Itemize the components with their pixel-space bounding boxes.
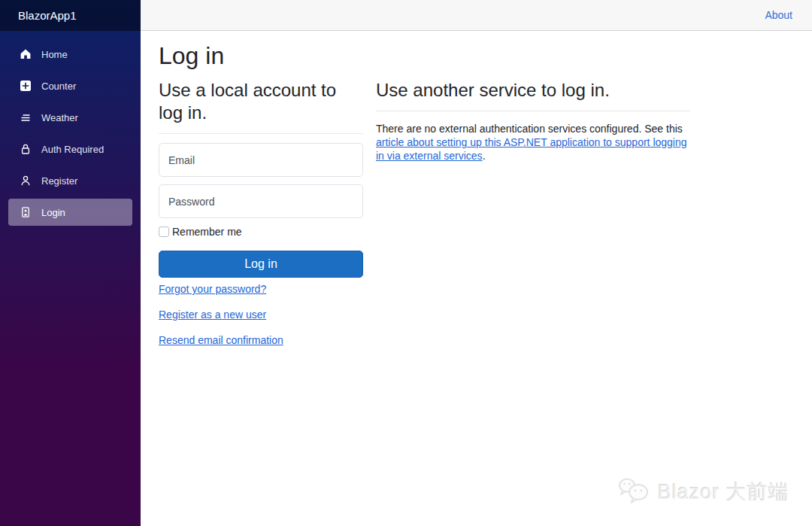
external-login-section: Use another service to log in. There are…	[376, 79, 690, 163]
external-text-after: .	[483, 150, 486, 162]
person-icon	[20, 175, 32, 187]
external-article-link[interactable]: article about setting up this ASP.NET ap…	[376, 136, 687, 162]
login-button[interactable]: Log in	[159, 251, 363, 278]
watermark-text: Blazor 大前端	[658, 479, 789, 506]
remember-me-checkbox[interactable]	[159, 227, 169, 237]
divider	[376, 111, 690, 111]
sidebar-item-weather[interactable]: Weather	[8, 104, 132, 131]
list-icon	[20, 111, 32, 123]
sidebar-item-label: Register	[41, 175, 77, 187]
register-new-user-link[interactable]: Register as a new user	[159, 309, 266, 321]
top-bar: About	[141, 0, 812, 31]
login-columns: Use a local account to log in. Remember …	[159, 79, 794, 347]
resend-confirmation-link[interactable]: Resend email confirmation	[159, 334, 283, 346]
wechat-logo-icon	[617, 476, 651, 508]
sidebar-item-label: Home	[41, 49, 68, 60]
watermark: Blazor 大前端	[617, 476, 789, 508]
divider	[159, 133, 363, 134]
remember-me-row: Remember me	[159, 226, 363, 238]
sidebar-item-auth-required[interactable]: Auth Required	[8, 135, 132, 163]
brand-row: BlazorApp1	[0, 0, 141, 31]
local-account-section: Use a local account to log in. Remember …	[159, 79, 363, 347]
password-input[interactable]	[159, 184, 363, 218]
sidebar-item-label: Counter	[41, 81, 76, 92]
sidebar-nav: Home Counter Weather Auth Required	[0, 31, 141, 230]
external-services-text: There are no external authentication ser…	[376, 122, 690, 163]
lock-icon	[20, 143, 32, 155]
sidebar-item-register[interactable]: Register	[8, 167, 132, 194]
sidebar-item-label: Login	[41, 207, 65, 218]
content-area: About Log in Use a local account to log …	[141, 0, 812, 526]
sidebar-item-login[interactable]: Login	[8, 199, 132, 226]
sidebar-item-label: Auth Required	[41, 144, 104, 155]
person-badge-icon	[20, 206, 32, 218]
sidebar-item-home[interactable]: Home	[8, 41, 132, 68]
sidebar: BlazorApp1 Home Counter Weather	[0, 0, 141, 526]
forgot-password-link[interactable]: Forgot your password?	[159, 283, 266, 295]
main-content: Log in Use a local account to log in. Re…	[141, 31, 812, 526]
local-account-heading: Use a local account to log in.	[159, 79, 363, 124]
sidebar-item-counter[interactable]: Counter	[8, 72, 132, 99]
login-form: Remember me Log in Forgot your password?…	[159, 143, 363, 347]
email-input[interactable]	[159, 143, 363, 177]
brand-title[interactable]: BlazorApp1	[18, 9, 77, 22]
remember-me-label: Remember me	[172, 226, 242, 238]
sidebar-item-label: Weather	[41, 112, 78, 123]
external-text-before: There are no external authentication ser…	[376, 123, 683, 135]
house-icon	[20, 48, 32, 60]
plus-square-icon	[20, 80, 32, 92]
about-link[interactable]: About	[765, 9, 792, 21]
page-title: Log in	[159, 42, 794, 70]
external-login-heading: Use another service to log in.	[376, 79, 690, 102]
app-window: BlazorApp1 Home Counter Weather	[0, 0, 812, 526]
